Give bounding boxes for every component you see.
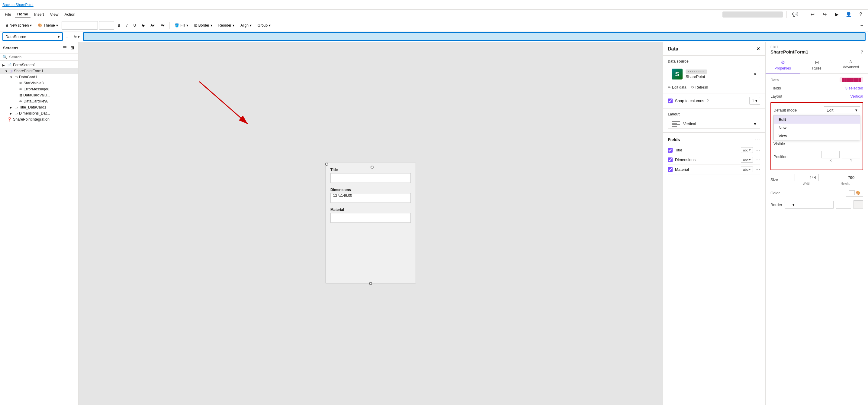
field-type-material[interactable]: abc ▾ <box>741 167 753 172</box>
play-icon[interactable]: ▶ <box>832 10 841 19</box>
width-input[interactable] <box>795 174 819 181</box>
back-to-sharepoint-link[interactable]: Back to SharePoint <box>2 3 33 7</box>
feedback-icon[interactable]: 💬 <box>790 10 800 19</box>
fields-prop-label: Fields <box>770 86 781 90</box>
main-layout: Screens ☰ ⊞ 🔍 ▶ 📄 FormScreen1 ▼ ⊞ ShareP… <box>0 42 868 405</box>
tree-item-sharepointintegration[interactable]: ❓ SharePointIntegration <box>0 116 78 122</box>
group-button[interactable]: Group▾ <box>255 22 273 29</box>
layout-info: Vertical <box>672 121 696 127</box>
tree-item-errormessage8[interactable]: ✏ ErrorMessage8 <box>0 86 78 92</box>
bold-button[interactable]: B <box>115 22 123 29</box>
menu-file[interactable]: File <box>2 11 13 18</box>
color-swatch <box>849 191 855 195</box>
undo-icon[interactable]: ↩ <box>808 10 817 19</box>
layout-prop-value[interactable]: Vertical <box>850 94 863 98</box>
chevron-down-icon: ▾ <box>56 23 58 28</box>
height-input[interactable] <box>833 174 857 181</box>
x-position-input[interactable] <box>822 151 840 158</box>
option-edit[interactable]: Edit <box>774 115 860 124</box>
italic-button[interactable]: / <box>124 22 130 29</box>
snap-checkbox[interactable] <box>668 98 673 104</box>
default-mode-select[interactable]: Edit ▾ <box>824 106 860 114</box>
tree-item-datacardkey8[interactable]: ✏ DataCardKey8 <box>0 98 78 104</box>
option-new[interactable]: New <box>774 124 860 132</box>
field-type-dimensions[interactable]: abc ▾ <box>741 157 753 163</box>
form-input-dimensions[interactable]: 127x146.00 <box>331 193 411 203</box>
tree-item-formscreen1[interactable]: ▶ 📄 FormScreen1 <box>0 62 78 68</box>
color-picker-button[interactable]: 🎨 <box>846 189 863 197</box>
help-icon[interactable]: ? <box>707 99 709 103</box>
tree-item-dimensionsdatacard[interactable]: ▶ ▭ Dimensions_Dat... <box>0 110 78 116</box>
edit-data-button[interactable]: ✏ Edit data <box>668 85 686 89</box>
data-panel-close-button[interactable]: ✕ <box>756 46 760 52</box>
resize-handle-top[interactable] <box>371 166 374 169</box>
more-options-button[interactable]: ⋯ <box>857 22 866 29</box>
redo-icon[interactable]: ↪ <box>820 10 829 19</box>
search-input[interactable] <box>9 55 76 59</box>
data-prop-value[interactable]: ████████ <box>840 77 863 82</box>
tree-item-starvisible8[interactable]: ✏ StarVisible8 <box>0 80 78 86</box>
field-more-title[interactable]: ⋯ <box>755 147 760 153</box>
fx-button[interactable]: fx ▾ <box>71 34 82 39</box>
fields-prop-value[interactable]: 3 selected <box>845 86 863 90</box>
help-icon[interactable]: ? <box>861 50 863 54</box>
menu-view[interactable]: View <box>48 11 61 18</box>
field-more-material[interactable]: ⋯ <box>755 167 760 172</box>
snap-count-select[interactable]: 1 ▾ <box>749 97 760 105</box>
fill-button[interactable]: 🪣 Fill▾ <box>172 22 190 29</box>
field-type-title[interactable]: abc ▾ <box>741 147 753 153</box>
list-view-icon[interactable]: ☰ <box>62 45 68 51</box>
theme-button[interactable]: 🎨 Theme ▾ <box>35 22 60 29</box>
resize-handle-right[interactable] <box>325 163 328 166</box>
border-button[interactable]: ⊡ Border▾ <box>192 22 215 29</box>
field-title-checkbox[interactable] <box>668 148 673 153</box>
field-material-checkbox[interactable] <box>668 167 673 172</box>
tab-properties[interactable]: ⚙ Properties <box>766 57 800 74</box>
svg-line-1 <box>199 82 248 124</box>
menu-home[interactable]: Home <box>15 10 31 18</box>
field-dimensions-checkbox[interactable] <box>668 157 673 162</box>
font-family-select[interactable] <box>62 21 98 30</box>
search-bar: 🔍 <box>0 54 78 61</box>
fields-section: Fields ⋯ Title abc ▾ ⋯ Dimensions abc ▾ <box>663 133 765 405</box>
align-text-button[interactable]: ≡▾ <box>158 22 167 29</box>
border-style-select[interactable]: — ▾ <box>785 201 834 208</box>
border-width-input[interactable]: 0 <box>836 201 851 208</box>
new-screen-button[interactable]: 🖥 New screen ▾ <box>2 22 34 29</box>
refresh-button[interactable]: ↻ Refresh <box>691 85 708 89</box>
help-icon[interactable]: ? <box>856 10 866 19</box>
visible-row: Visible <box>773 140 860 147</box>
menu-action[interactable]: Action <box>62 11 78 18</box>
y-position-input[interactable] <box>842 151 860 158</box>
tab-rules[interactable]: ⊞ Rules <box>800 57 834 74</box>
form-input-material[interactable] <box>331 213 411 223</box>
tree-item-datacard1[interactable]: ▼ ▭ DataCard1 <box>0 74 78 80</box>
form-input-title[interactable] <box>331 173 411 183</box>
chevron-down-icon: ▾ <box>793 202 795 207</box>
resize-handle-bottom[interactable] <box>369 282 372 285</box>
formula-input[interactable] <box>83 32 866 41</box>
grid-view-icon[interactable]: ⊞ <box>69 45 75 51</box>
reorder-button[interactable]: Reorder▾ <box>216 22 237 29</box>
underline-button[interactable]: U <box>131 22 138 29</box>
option-view[interactable]: View <box>774 132 860 140</box>
tab-advanced[interactable]: fx Advanced <box>834 57 868 74</box>
tree-item-datacardvalue[interactable]: ⊟ DataCardValu... <box>0 92 78 98</box>
font-color-button[interactable]: A▾ <box>148 22 157 29</box>
card-icon: ▭ <box>14 105 18 109</box>
datasource-card[interactable]: S •••••••• SharePoint ▾ <box>668 66 760 82</box>
user-icon[interactable]: 👤 <box>844 10 854 19</box>
tree-item-titledatacard1[interactable]: ▶ ▭ Title_DataCard1 <box>0 104 78 110</box>
menu-insert[interactable]: Insert <box>32 11 46 18</box>
tree-item-sharepointform1[interactable]: ▼ ⊞ SharePointForm1 <box>0 68 78 74</box>
chevron-down-icon: ▾ <box>754 121 756 127</box>
strikethrough-button[interactable]: S <box>140 22 147 29</box>
edit-label: EDIT <box>766 42 868 49</box>
border-color-swatch[interactable] <box>854 200 863 209</box>
align-button[interactable]: Align▾ <box>238 22 254 29</box>
font-size-select[interactable] <box>99 21 114 30</box>
layout-card[interactable]: Vertical ▾ <box>668 119 760 129</box>
fields-more-button[interactable]: ⋯ <box>755 136 760 143</box>
property-dropdown[interactable]: DataSource ▾ <box>2 32 63 41</box>
field-more-dimensions[interactable]: ⋯ <box>755 157 760 163</box>
